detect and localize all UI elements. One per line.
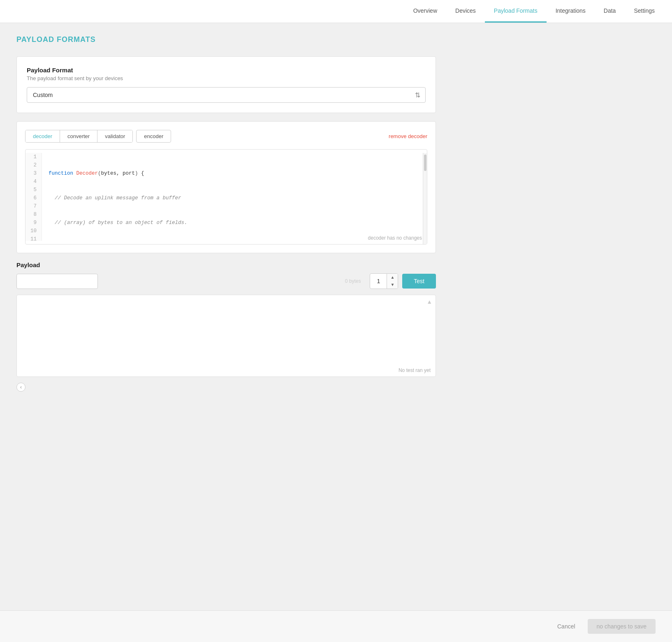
code-tabs-row: decoder converter validator encoder remo…	[25, 130, 427, 143]
cancel-button[interactable]: Cancel	[551, 619, 582, 634]
nav-integrations[interactable]: Integrations	[547, 0, 595, 23]
nav-devices[interactable]: Devices	[446, 0, 485, 23]
page-title: PAYLOAD FORMATS	[16, 35, 436, 44]
payload-input-wrapper: 0 bytes	[16, 274, 366, 289]
line-numbers: 12345 678910 111213	[25, 153, 42, 241]
code-editor-container: 12345 678910 111213 function Decoder(byt…	[25, 149, 427, 245]
code-editor[interactable]: 12345 678910 111213 function Decoder(byt…	[25, 150, 427, 244]
payload-bytes-label: 0 bytes	[345, 278, 361, 284]
payload-section: Payload 0 bytes 1 ▲ ▼ Test ▲ No test ran…	[16, 261, 436, 392]
top-navigation: Overview Devices Payload Formats Integra…	[0, 0, 672, 23]
payload-format-select-wrapper: Custom Cayenne LPP None ⇅	[27, 87, 426, 103]
save-button: no changes to save	[588, 619, 656, 634]
port-spinner[interactable]: 1 ▲ ▼	[370, 273, 398, 289]
port-up-arrow[interactable]: ▲	[387, 274, 398, 281]
port-arrows: ▲ ▼	[387, 274, 398, 289]
tab-encoder[interactable]: encoder	[136, 130, 171, 143]
payload-format-title: Payload Format	[27, 67, 426, 74]
tab-decoder[interactable]: decoder	[25, 130, 60, 142]
remove-decoder-link[interactable]: remove decoder	[389, 133, 427, 139]
port-value: 1	[370, 275, 387, 288]
tab-validator[interactable]: validator	[97, 130, 132, 142]
nav-payload-formats[interactable]: Payload Formats	[485, 0, 547, 23]
editor-status: decoder has no changes	[368, 235, 422, 241]
tab-converter[interactable]: converter	[60, 130, 97, 142]
payload-input[interactable]	[16, 274, 98, 289]
result-scroll-top-icon[interactable]: ▲	[426, 298, 432, 305]
payload-format-select[interactable]: Custom Cayenne LPP None	[27, 88, 425, 102]
payload-section-title: Payload	[16, 261, 436, 268]
scroll-left-button[interactable]: ‹	[16, 383, 25, 392]
editor-scrollbar[interactable]	[423, 153, 427, 245]
tab-group-main: decoder converter validator	[25, 130, 133, 143]
payload-format-desc: The payload format sent by your devices	[27, 75, 426, 81]
code-lines: function Decoder(bytes, port) { // Decod…	[42, 153, 427, 241]
nav-data[interactable]: Data	[595, 0, 625, 23]
port-down-arrow[interactable]: ▼	[387, 281, 398, 289]
nav-overview[interactable]: Overview	[404, 0, 446, 23]
payload-input-row: 0 bytes 1 ▲ ▼ Test	[16, 273, 436, 289]
test-button[interactable]: Test	[402, 274, 436, 289]
test-result-status: No test ran yet	[399, 367, 431, 373]
test-result-area: ▲ No test ran yet	[16, 295, 436, 377]
bottom-action-bar: Cancel no changes to save	[0, 610, 672, 642]
payload-format-card: Payload Format The payload format sent b…	[16, 56, 436, 113]
nav-settings[interactable]: Settings	[625, 0, 664, 23]
